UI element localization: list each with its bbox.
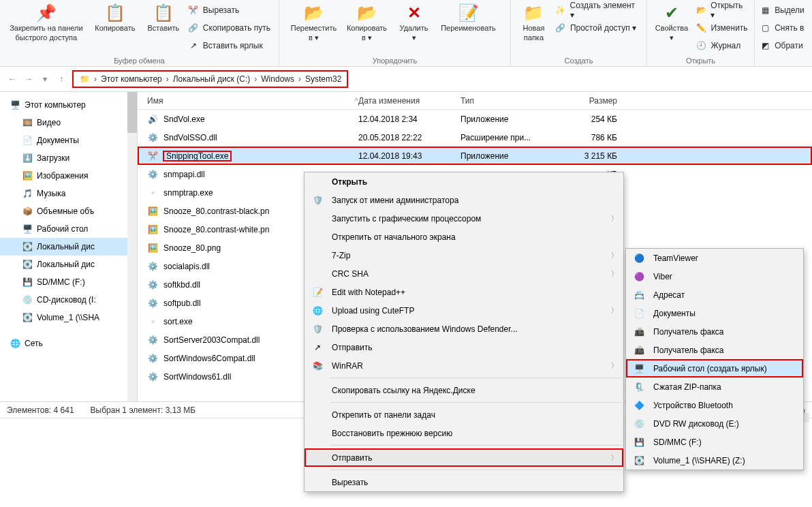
bc-drive[interactable]: Локальный диск (C:) [173, 74, 251, 84]
forward-button[interactable]: → [22, 74, 35, 84]
sendto-item[interactable]: 🔵TeamViewer [626, 249, 803, 267]
tree-item[interactable]: 🌐Сеть [0, 335, 137, 352]
file-date: 12.04.2018 19:43 [358, 151, 460, 161]
tree-item[interactable]: 🖥️Рабочий стол [0, 220, 137, 238]
tree-scrollbar[interactable] [127, 92, 137, 401]
tree-item[interactable]: 🎞️Видео [0, 114, 137, 132]
history-button[interactable]: 🕘Журнал [693, 38, 751, 53]
col-name[interactable]: Имя [147, 96, 163, 106]
sendto-item[interactable]: 🗜️Сжатая ZIP-папка [626, 378, 803, 396]
newitem-button[interactable]: ✨Создать элемент ▾ [552, 3, 642, 18]
file-row[interactable]: 🔊SndVol.exe12.04.2018 2:34Приложение254 … [138, 110, 812, 128]
easyaccess-button[interactable]: 🔗Простой доступ ▾ [552, 20, 642, 35]
back-button[interactable]: ← [5, 74, 19, 84]
ctx-item[interactable]: 📝Edit with Notepad++ [304, 283, 623, 301]
file-row[interactable]: ⚙️SndVolSSO.dll20.05.2018 22:22Расширени… [138, 128, 812, 147]
ribbon-group-title: Создать [511, 57, 646, 65]
sendto-item[interactable]: 📠Получатель факса [626, 322, 803, 341]
nav-tree[interactable]: 🖥️Этот компьютер🎞️Видео📄Документы⬇️Загру… [0, 92, 138, 401]
file-type: Приложение [460, 114, 563, 124]
cut-button[interactable]: ✂️Вырезать [185, 3, 273, 18]
edit-button[interactable]: ✏️Изменить [693, 20, 751, 35]
invertsel-button[interactable]: ◩Обрати [757, 38, 807, 53]
selection-info: Выбран 1 элемент: 3,13 МБ [91, 405, 196, 415]
tree-item[interactable]: 🖼️Изображения [0, 167, 137, 185]
tree-item[interactable]: 🖥️Этот компьютер [0, 96, 137, 114]
sendto-item[interactable]: 🟣Viber [626, 267, 803, 286]
tree-item[interactable]: 📄Документы [0, 132, 137, 149]
move-button[interactable]: 📂Переместить в ▾ [287, 1, 341, 42]
selectnone-button[interactable]: ▢Снять в [757, 20, 807, 35]
file-size: 254 КБ [563, 114, 631, 124]
file-row[interactable]: ✂️SnippingTool.exe12.04.2018 19:43Прилож… [138, 147, 812, 165]
ctx-item[interactable]: 🌐Upload using CuteFTP〉 [304, 301, 623, 320]
sendto-icon: 🔷 [633, 401, 645, 410]
sendto-item[interactable]: 📄Документы [626, 304, 803, 322]
sendto-item[interactable]: 💿DVD RW дисковод (E:) [626, 414, 803, 433]
file-icon: ⚙️ [147, 280, 158, 290]
sendto-item[interactable]: 🖥️Рабочий стол (создать ярлык) [626, 359, 803, 378]
tree-item[interactable]: 💽Локальный дис [0, 238, 137, 256]
file-name: snmptrap.exe [163, 188, 213, 198]
ctx-item[interactable]: ↗Отправить [304, 338, 623, 356]
ctx-item[interactable]: Восстановить прежнюю версию [304, 424, 623, 442]
ctx-item[interactable]: 🛡️Запуск от имени администратора [304, 191, 623, 209]
column-headers[interactable]: Имя^ Дата изменения Тип Размер [138, 92, 812, 110]
ctx-item[interactable]: Отправить〉 [304, 448, 623, 467]
col-size[interactable]: Размер [589, 96, 617, 106]
file-icon: ⚙️ [147, 133, 158, 142]
ctx-item[interactable]: Запустить с графическим процессором〉 [304, 209, 623, 228]
tree-item[interactable]: 🎵Музыка [0, 185, 137, 202]
copyto-button[interactable]: 📂Копировать в ▾ [341, 1, 394, 42]
sendto-label: TeamViewer [653, 253, 698, 263]
chevron-right-icon: 〉 [611, 269, 618, 279]
sendto-item[interactable]: 🔷Устройство Bluetooth [626, 396, 803, 414]
bc-pc[interactable]: Этот компьютер [101, 74, 162, 84]
recent-button[interactable]: ▾ [38, 74, 52, 84]
sendto-item[interactable]: 💽Volume_1 (\\SHARE) (Z:) [626, 451, 803, 470]
bc-windows[interactable]: Windows [261, 74, 294, 84]
check-icon: ✔ [665, 3, 678, 23]
sendto-item[interactable]: 📇Адресат [626, 286, 803, 304]
tree-item[interactable]: 💽Volume_1 (\\SHA [0, 309, 137, 326]
pin-button[interactable]: 📌 Закрепить на панели быстрого доступа [5, 1, 87, 53]
ctx-item[interactable]: Открыть [304, 172, 623, 191]
open-icon: 📂 [696, 5, 706, 15]
tree-item[interactable]: 💾SD/MMC (F:) [0, 273, 137, 291]
selectall-button[interactable]: ▦Выдели [757, 3, 807, 18]
bc-sys32[interactable]: System32 [305, 74, 341, 84]
col-date[interactable]: Дата изменения [358, 96, 420, 106]
ctx-item[interactable]: Скопировать ссылку на Яндекс.Диске [304, 381, 623, 399]
copy-button[interactable]: 📋 Копировать [89, 1, 142, 53]
pastelnk-button[interactable]: ↗Вставить ярлык [185, 38, 273, 53]
tree-item[interactable]: ⬇️Загрузки [0, 149, 137, 167]
tree-item[interactable]: 📦Объемные объ [0, 202, 137, 220]
open-button[interactable]: 📂Открыть ▾ [693, 3, 751, 18]
ctx-item[interactable]: 7-Zip〉 [304, 246, 623, 264]
ctx-label: Отправить [332, 343, 373, 352]
ctx-label: 7-Zip [332, 251, 350, 260]
tree-icon: 🖼️ [22, 171, 33, 181]
props-button[interactable]: ✔Свойства ▾ [650, 1, 693, 53]
context-menu[interactable]: Открыть🛡️Запуск от имени администратораЗ… [304, 172, 624, 492]
ctx-item[interactable]: Открепить от начального экрана [304, 228, 623, 246]
col-type[interactable]: Тип [460, 96, 474, 106]
up-button[interactable]: ↑ [54, 74, 68, 84]
breadcrumb[interactable]: 📁 › Этот компьютер › Локальный диск (C:)… [72, 70, 348, 88]
ctx-item[interactable]: Вырезать [304, 473, 623, 491]
tree-label: Этот компьютер [25, 100, 86, 110]
paste-button[interactable]: 📋 Вставить [143, 1, 184, 53]
tree-item[interactable]: 💿CD-дисковод (I: [0, 291, 137, 309]
tree-item[interactable]: 💽Локальный дис [0, 256, 137, 273]
rename-button[interactable]: 📝Переименовать [435, 1, 503, 42]
ctx-item[interactable]: 🛡️Проверка с использованием Windows Defe… [304, 320, 623, 338]
sendto-submenu[interactable]: 🔵TeamViewer🟣Viber📇Адресат📄Документы📠Полу… [625, 248, 804, 470]
ctx-item[interactable]: 📚WinRAR〉 [304, 356, 623, 375]
delete-button[interactable]: ✕Удалить ▾ [394, 1, 435, 42]
ctx-item[interactable]: Открепить от панели задач [304, 405, 623, 424]
sendto-item[interactable]: 💾SD/MMC (F:) [626, 433, 803, 451]
ctx-item[interactable]: CRC SHA〉 [304, 264, 623, 283]
newfolder-button[interactable]: 📁Новая папка [515, 1, 552, 42]
sendto-item[interactable]: 📠Получатель факса [626, 341, 803, 359]
copypath-button[interactable]: 🔗Скопировать путь [185, 20, 273, 35]
